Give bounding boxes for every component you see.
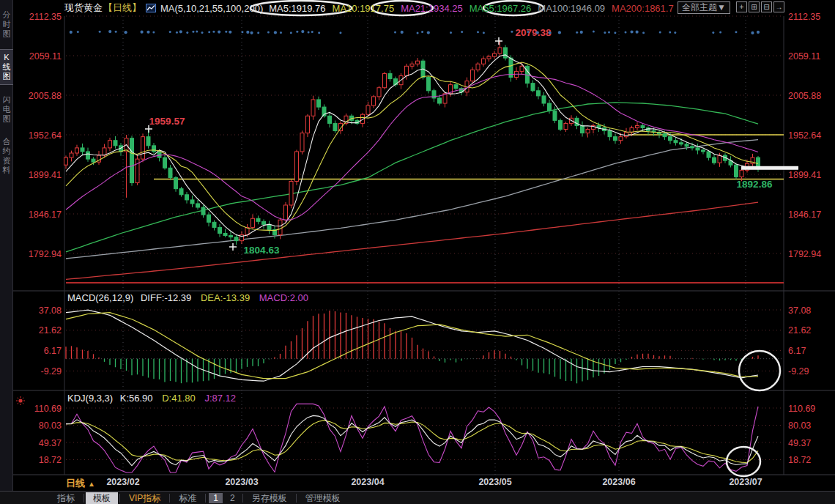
- candle-body: [86, 152, 90, 159]
- time-axis: 2023/022023/032023/042023/052023/062023/…: [0, 477, 835, 489]
- price-axis-label-left: 2059.11: [29, 51, 62, 62]
- period-dropdown[interactable]: 日线▲: [66, 477, 95, 490]
- macd-macd-value: MACD:2.00: [259, 292, 308, 303]
- candle-body: [190, 200, 194, 204]
- toolbar-item-管理模板[interactable]: 管理模板: [298, 492, 348, 504]
- signal-dot: [308, 31, 310, 33]
- candle-body: [377, 88, 381, 97]
- candle-body: [410, 64, 414, 66]
- toolbar-item-1[interactable]: 1: [209, 493, 223, 503]
- candle-body: [366, 105, 370, 114]
- candle-body: [284, 205, 288, 220]
- toolbar-separator: [84, 494, 84, 503]
- toolbar-item-另存模板[interactable]: 另存模板: [245, 492, 294, 504]
- price-axis-label-right: 1899.41: [788, 170, 821, 180]
- candle-body: [262, 221, 266, 224]
- macd-caption: MACD(26,12,9) DIFF:-12.39 DEA:-13.39 MAC…: [67, 292, 308, 303]
- price-axis-label-left: 49.37: [39, 438, 62, 448]
- zoom-in-icon[interactable]: ⊞: [749, 1, 760, 12]
- candle-body: [218, 227, 222, 233]
- candle-body: [674, 141, 678, 143]
- ma200-line: [66, 202, 758, 279]
- chart-header: 现货黄金 【日线】 MA(5,10,21,55,100,200) MA5:191…: [64, 0, 680, 16]
- sidebar-item-2[interactable]: 闪电图: [0, 92, 13, 127]
- price-axis-label-right: -9.29: [788, 366, 809, 377]
- candle-body: [317, 100, 321, 107]
- candle-body: [619, 137, 623, 141]
- candle-body: [416, 61, 420, 64]
- price-axis-label-left: 21.62: [39, 325, 62, 336]
- candle-body: [136, 159, 139, 182]
- signal-dot: [593, 31, 595, 33]
- chart-canvas[interactable]: 2112.352112.352059.112059.112005.882005.…: [0, 0, 835, 504]
- candle-body: [70, 153, 73, 158]
- sidebar-item-0[interactable]: 分时图: [0, 7, 13, 42]
- sidebar-item-1[interactable]: K线图: [0, 49, 13, 85]
- move-chart-icon[interactable]: +: [736, 1, 747, 12]
- candle-body: [586, 130, 590, 133]
- candle-body: [174, 177, 178, 188]
- price-axis-label-left: 37.08: [39, 305, 62, 316]
- toolbar-item-2[interactable]: 2: [226, 493, 240, 503]
- candle-body: [92, 159, 95, 162]
- candle-body: [702, 150, 705, 152]
- alert-icon-ray: [18, 398, 18, 399]
- shift-right-icon[interactable]: →: [773, 1, 784, 12]
- candle-body: [498, 48, 502, 53]
- chart-tool-buttons: +⊞⊟→: [736, 1, 784, 12]
- signal-dot: [77, 31, 79, 33]
- zoom-out-icon[interactable]: ⊟: [761, 1, 772, 12]
- candle-body: [427, 78, 431, 91]
- signal-dot: [70, 31, 73, 34]
- candle-body: [718, 155, 721, 163]
- candle-body: [482, 59, 486, 64]
- signal-dot: [99, 31, 101, 33]
- candle-body: [300, 133, 304, 152]
- ma-legend-item-5: MA200:1861.7: [612, 3, 674, 14]
- instrument-title: 现货黄金: [64, 1, 103, 15]
- candle-body: [157, 152, 161, 158]
- candle-body: [581, 125, 584, 133]
- candle-body: [438, 98, 442, 103]
- candle-body: [75, 148, 79, 153]
- toolbar-item-VIP指标[interactable]: VIP指标: [122, 492, 168, 504]
- signal-dot: [201, 32, 204, 34]
- candle-body: [493, 53, 497, 56]
- alert-icon[interactable]: [18, 399, 22, 402]
- price-axis-label-left: 6.17: [44, 346, 62, 356]
- date-label: 2023/02: [106, 477, 139, 487]
- signal-dot: [751, 32, 754, 34]
- candle-body: [201, 207, 205, 215]
- theme-selector-button[interactable]: 全部主题▼: [678, 1, 730, 14]
- price-axis-label-right: 18.72: [788, 455, 811, 465]
- candle-body: [146, 137, 150, 146]
- sidebar-item-3[interactable]: 合约资料: [0, 134, 13, 178]
- candle-body: [542, 96, 546, 103]
- candle-body: [196, 204, 200, 207]
- signal-dot: [401, 31, 404, 34]
- signal-dot: [296, 31, 298, 33]
- signal-dot: [257, 32, 259, 34]
- signal-dot: [311, 31, 313, 33]
- signal-dot: [558, 31, 561, 34]
- candle-body: [614, 137, 617, 141]
- signal-dot: [186, 32, 188, 34]
- signal-dot: [712, 32, 714, 34]
- candle-body: [328, 116, 332, 123]
- price-axis-label-right: 21.62: [788, 325, 811, 336]
- toolbar-item-标准[interactable]: 标准: [171, 492, 204, 504]
- ma-legend-item-3: MA55:1967.26: [470, 3, 532, 14]
- date-label: 2023/07: [729, 477, 762, 487]
- candle-body: [707, 152, 710, 158]
- candle-body: [454, 85, 458, 89]
- signal-dot: [674, 32, 676, 34]
- toolbar-item-模板[interactable]: 模板: [86, 492, 118, 504]
- signal-dot: [450, 32, 452, 34]
- candle-body: [234, 237, 238, 241]
- signal-dot: [250, 32, 253, 34]
- signal-dot: [576, 32, 578, 34]
- signal-dot: [511, 31, 513, 33]
- toolbar-item-指标[interactable]: 指标: [50, 492, 82, 504]
- price-axis-label-right: 1846.17: [788, 210, 821, 220]
- chart-type-icon[interactable]: [146, 3, 156, 13]
